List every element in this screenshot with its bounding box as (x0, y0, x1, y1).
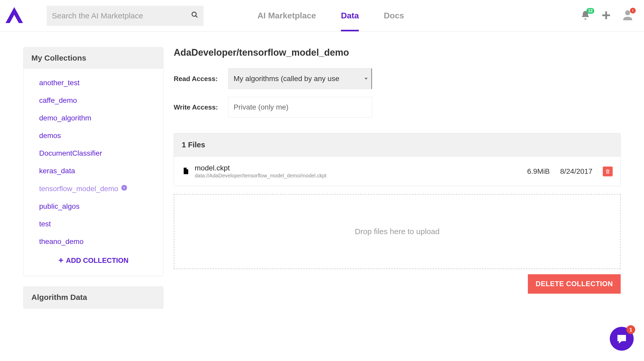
upload-dropzone[interactable]: Drop files here to upload (174, 194, 621, 269)
files-header: 1 Files (174, 133, 620, 157)
read-access-row: Read Access: My algorithms (called by an… (174, 68, 621, 89)
collection-list: another_testcaffe_demodemo_algorithmdemo… (24, 74, 163, 250)
add-button[interactable] (601, 10, 611, 21)
collection-item[interactable]: keras_data (24, 162, 163, 180)
collection-item[interactable]: another_test (24, 74, 163, 92)
write-access-label: Write Access: (174, 103, 228, 111)
svg-point-4 (625, 10, 630, 15)
header: AI Marketplace Data Docs 12 ! (0, 0, 644, 32)
read-access-value: My algorithms (called by any use (234, 75, 339, 83)
collection-link[interactable]: another_test (39, 79, 80, 87)
collection-link[interactable]: DocumentClassifier (39, 149, 102, 157)
file-name[interactable]: model.ckpt (195, 164, 522, 172)
file-date: 8/24/2017 (560, 167, 592, 176)
plus-icon (58, 256, 64, 265)
collection-item[interactable]: test (24, 215, 163, 233)
nav-docs[interactable]: Docs (371, 0, 416, 31)
svg-rect-3 (602, 14, 610, 16)
collection-item[interactable]: caffe_demo (24, 92, 163, 109)
search-wrap (47, 6, 204, 26)
notifications-button[interactable]: 12 (580, 10, 591, 21)
delete-collection-button[interactable]: DELETE COLLECTION (528, 274, 621, 294)
collection-item[interactable]: tensorflow_model_demo (24, 180, 163, 198)
logo[interactable] (3, 4, 26, 27)
sidebar: My Collections another_testcaffe_demodem… (23, 47, 163, 319)
page: My Collections another_testcaffe_demodem… (0, 32, 644, 329)
file-size: 6.9MiB (527, 167, 550, 176)
svg-rect-7 (59, 260, 63, 261)
my-collections-panel: My Collections another_testcaffe_demodem… (23, 47, 163, 276)
file-delete-button[interactable] (603, 167, 613, 176)
bell-icon (580, 17, 591, 21)
collection-item[interactable]: demo_algorithm (24, 109, 163, 127)
collection-item[interactable]: theano_demo (24, 233, 163, 250)
file-rows: model.ckptdata://AdaDeveloper/tensorflow… (174, 157, 620, 186)
add-collection-label: ADD COLLECTION (66, 257, 128, 265)
my-collections-header: My Collections (24, 47, 163, 69)
write-access-row: Write Access: Private (only me) (174, 97, 621, 118)
collection-link[interactable]: keras_data (39, 167, 75, 175)
arrow-right-circle-icon (121, 184, 128, 193)
collection-item[interactable]: DocumentClassifier (24, 145, 163, 162)
collection-link[interactable]: caffe_demo (39, 96, 77, 105)
search-icon[interactable] (191, 11, 198, 20)
nav-ai-marketplace[interactable]: AI Marketplace (245, 0, 328, 31)
read-access-label: Read Access: (174, 75, 228, 83)
write-access-value: Private (only me) (228, 97, 372, 118)
collection-link[interactable]: demo_algorithm (39, 114, 91, 122)
notification-count-badge: 12 (586, 8, 594, 14)
file-row: model.ckptdata://AdaDeveloper/tensorflow… (174, 157, 620, 186)
header-right: 12 ! (580, 9, 641, 22)
file-path: data://AdaDeveloper/tensorflow_model_dem… (195, 173, 522, 179)
avatar-icon (622, 18, 634, 22)
collection-link[interactable]: demos (39, 132, 61, 140)
user-menu[interactable]: ! (622, 9, 634, 22)
collection-item[interactable]: public_algos (24, 198, 163, 215)
collection-link[interactable]: tensorflow_model_demo (39, 185, 118, 193)
actions-row: DELETE COLLECTION (174, 274, 621, 294)
add-collection-button[interactable]: ADD COLLECTION (24, 250, 163, 271)
dropzone-text: Drop files here to upload (355, 227, 440, 236)
main-content: AdaDeveloper/tensorflow_model_demo Read … (174, 47, 621, 319)
avatar-alert-badge: ! (630, 8, 636, 13)
search-input[interactable] (52, 11, 191, 20)
algorithm-data-panel: Algorithm Data (23, 286, 163, 308)
svg-point-0 (192, 12, 196, 16)
main-nav: AI Marketplace Data Docs (245, 0, 416, 31)
collection-link[interactable]: public_algos (39, 202, 80, 211)
algorithm-data-header: Algorithm Data (24, 287, 163, 308)
nav-data[interactable]: Data (328, 0, 371, 31)
collection-link[interactable]: theano_demo (39, 237, 83, 246)
page-title: AdaDeveloper/tensorflow_model_demo (174, 47, 621, 58)
file-icon (182, 166, 190, 177)
collection-link[interactable]: test (39, 220, 51, 228)
file-info: model.ckptdata://AdaDeveloper/tensorflow… (195, 164, 522, 179)
my-collections-body: another_testcaffe_demodemo_algorithmdemo… (24, 69, 163, 276)
files-panel: 1 Files model.ckptdata://AdaDeveloper/te… (174, 133, 621, 186)
svg-line-1 (196, 16, 198, 18)
read-access-select[interactable]: My algorithms (called by any use (228, 68, 372, 89)
collection-item[interactable]: demos (24, 127, 163, 145)
